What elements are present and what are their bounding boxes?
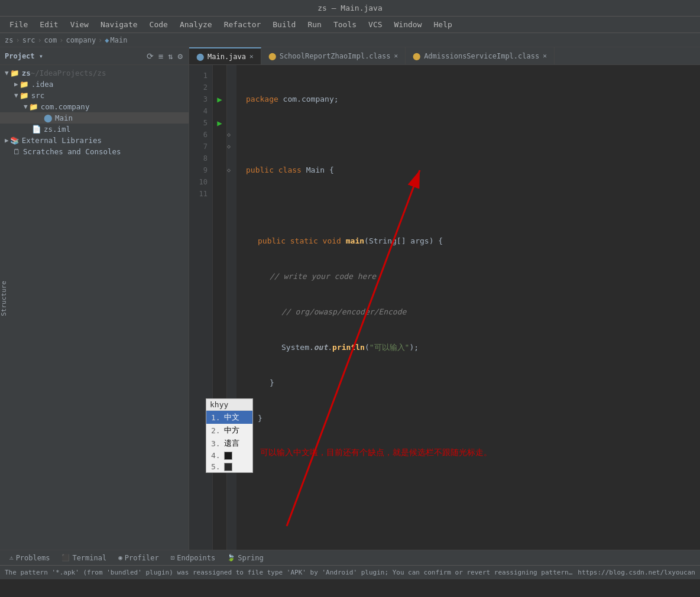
code-line-3: public class Main { bbox=[246, 164, 700, 176]
code-editor[interactable]: 1 2 3 4 5 6 7 8 9 10 11 ▶ ▶ bbox=[189, 65, 700, 550]
menu-tools[interactable]: Tools bbox=[329, 19, 361, 30]
tree-path-zs: ~/IdeaProjects/zs bbox=[31, 69, 106, 77]
folder-icon-company: 📁 bbox=[29, 102, 38, 111]
tab-close-admissions[interactable]: ✕ bbox=[543, 52, 547, 60]
menu-run[interactable]: Run bbox=[303, 19, 326, 30]
menu-build[interactable]: Build bbox=[268, 19, 300, 30]
expand-icon[interactable]: ⇅ bbox=[167, 50, 174, 62]
code-line-2 bbox=[246, 129, 700, 141]
menu-window[interactable]: Window bbox=[390, 19, 427, 30]
folder-icon-idea: 📁 bbox=[20, 80, 29, 89]
collapse-icon[interactable]: ≡ bbox=[157, 50, 164, 62]
menu-vcs[interactable]: VCS bbox=[364, 19, 387, 30]
tree-item-main[interactable]: ⬤ Main bbox=[0, 112, 189, 124]
tree-label-src: src bbox=[31, 91, 45, 100]
code-content[interactable]: package com.company; public class Main {… bbox=[236, 65, 700, 550]
breadcrumb-java-icon: ◆ bbox=[105, 36, 109, 44]
code-line-7: // org/owasp/encoder/Encode bbox=[246, 306, 700, 318]
code-line-4 bbox=[246, 200, 700, 212]
tree-item-idea[interactable]: ▶ 📁 .idea bbox=[0, 79, 189, 90]
menu-navigate[interactable]: Navigate bbox=[96, 19, 142, 30]
tab-label-endpoints: Endpoints bbox=[177, 554, 215, 562]
breakpoint-gutter: ◇ ◇ ◇ bbox=[227, 65, 236, 550]
ime-swatch-5 bbox=[224, 463, 232, 471]
ime-popup: khyy 1. 中文 2. 中方 3. 遗言 4. 5. bbox=[206, 398, 253, 473]
terminal-icon: ⬛ bbox=[61, 554, 70, 562]
breadcrumb-company[interactable]: company bbox=[66, 36, 96, 44]
tab-close-school[interactable]: ✕ bbox=[394, 52, 398, 60]
code-line-10: } bbox=[246, 413, 700, 424]
folder-icon-zs: 📁 bbox=[10, 69, 20, 77]
annotation-text: 可以输入中文啦，目前还有个缺点，就是候选栏不跟随光标走。 bbox=[260, 447, 492, 458]
tab-admissions[interactable]: ⬤ AdmissionsServiceImpl.class ✕ bbox=[406, 47, 555, 65]
ime-item-5[interactable]: 5. bbox=[206, 461, 252, 472]
menu-view[interactable]: View bbox=[66, 19, 93, 30]
tree-label-main: Main bbox=[55, 113, 73, 122]
arrow-company: ▼ bbox=[24, 103, 28, 111]
tab-label-terminal: Terminal bbox=[72, 554, 106, 562]
breadcrumb-com[interactable]: com bbox=[44, 36, 57, 44]
folder-icon-src: 📁 bbox=[20, 91, 29, 100]
ime-item-2[interactable]: 2. 中方 bbox=[206, 424, 252, 437]
status-url[interactable]: https://blog.csdn.net/lxyoucan bbox=[578, 569, 695, 576]
menu-edit[interactable]: Edit bbox=[35, 19, 63, 30]
bottom-tabs: ⚠ Problems ⬛ Terminal ◉ Profiler ⊡ Endpo… bbox=[0, 550, 700, 565]
arrow-idea: ▶ bbox=[14, 80, 18, 88]
iml-icon: 📄 bbox=[32, 125, 41, 134]
tab-main-java[interactable]: ⬤ Main.java ✕ bbox=[189, 47, 261, 65]
status-bar: The pattern '*.apk' (from 'bundled' plug… bbox=[0, 565, 700, 579]
breadcrumb-zs[interactable]: zs bbox=[5, 36, 13, 44]
sync-icon[interactable]: ⟳ bbox=[145, 50, 155, 62]
tree-label-company: com.company bbox=[41, 102, 90, 111]
tab-endpoints[interactable]: ⊡ Endpoints bbox=[166, 550, 221, 565]
code-line-9: } bbox=[246, 377, 700, 389]
breadcrumb-src[interactable]: src bbox=[22, 36, 35, 44]
tab-terminal[interactable]: ⬛ Terminal bbox=[57, 550, 111, 565]
tree-item-src[interactable]: ▼ 📁 src bbox=[0, 90, 189, 101]
structure-tab[interactable]: Structure bbox=[0, 278, 9, 319]
menu-help[interactable]: Help bbox=[429, 19, 457, 30]
menu-file[interactable]: File bbox=[5, 19, 33, 30]
tab-label-profiler: Profiler bbox=[125, 554, 159, 562]
tree-item-iml[interactable]: 📄 zs.iml bbox=[0, 124, 189, 135]
tree-item-scratches[interactable]: 🗒 Scratches and Consoles bbox=[0, 146, 189, 157]
project-tab-actions: ⟳ ≡ ⇅ ⚙ bbox=[145, 50, 184, 62]
code-line-5: public static void main(String[] args) { bbox=[246, 235, 700, 247]
menu-code[interactable]: Code bbox=[145, 19, 173, 30]
ime-input: khyy bbox=[206, 399, 252, 411]
file-tree: ▼ 📁 zs ~/IdeaProjects/zs ▶ 📁 .idea ▼ 📁 s… bbox=[0, 65, 189, 550]
tree-label-idea: .idea bbox=[31, 80, 54, 89]
scratch-icon: 🗒 bbox=[13, 147, 21, 156]
run-arrow-5: ▶ bbox=[217, 117, 222, 129]
tab-school-report[interactable]: ⬤ SchoolReportZhaoImpl.class ✕ bbox=[261, 47, 406, 65]
project-tab-strip: Project ▾ ⟳ ≡ ⇅ ⚙ bbox=[0, 47, 189, 65]
menu-refactor[interactable]: Refactor bbox=[219, 19, 266, 30]
debug-gutter: ▶ ▶ bbox=[213, 65, 227, 550]
tree-item-extlib[interactable]: ▶ 📚 External Libraries bbox=[0, 135, 189, 146]
tab-problems[interactable]: ⚠ Problems bbox=[5, 550, 54, 565]
tree-item-company[interactable]: ▼ 📁 com.company bbox=[0, 101, 189, 112]
project-tab-label[interactable]: Project ▾ bbox=[5, 52, 43, 60]
tree-label-iml: zs.iml bbox=[44, 125, 70, 134]
arrow-src: ▼ bbox=[14, 92, 18, 99]
breadcrumb: zs › src › com › company › ◆ Main bbox=[0, 33, 700, 47]
tab-spring[interactable]: 🍃 Spring bbox=[222, 550, 268, 565]
java-icon-main: ⬤ bbox=[44, 113, 53, 122]
tree-item-zs[interactable]: ▼ 📁 zs ~/IdeaProjects/zs bbox=[0, 67, 189, 79]
tab-close-main[interactable]: ✕ bbox=[249, 53, 254, 60]
settings-icon[interactable]: ⚙ bbox=[177, 50, 184, 62]
breadcrumb-main[interactable]: Main bbox=[111, 36, 128, 44]
tab-label-main: Main.java bbox=[208, 53, 246, 61]
line-numbers: 1 2 3 4 5 6 7 8 9 10 11 bbox=[189, 65, 213, 550]
ime-item-1[interactable]: 1. 中文 bbox=[206, 411, 252, 424]
tab-label-problems: Problems bbox=[16, 554, 50, 562]
code-line-8: System.out.println("可以输入"); bbox=[246, 342, 700, 353]
tab-label-school: SchoolReportZhaoImpl.class bbox=[280, 52, 391, 60]
menu-analyze[interactable]: Analyze bbox=[175, 19, 217, 30]
tab-icon-school: ⬤ bbox=[268, 52, 276, 60]
sidebar: Structure Project ▾ ⟳ ≡ ⇅ ⚙ ▼ 📁 zs ~/Ide… bbox=[0, 47, 189, 550]
tab-profiler[interactable]: ◉ Profiler bbox=[114, 550, 163, 565]
ime-item-4[interactable]: 4. bbox=[206, 450, 252, 461]
ime-item-3[interactable]: 3. 遗言 bbox=[206, 437, 252, 450]
ime-text-2: 中方 bbox=[224, 425, 239, 436]
